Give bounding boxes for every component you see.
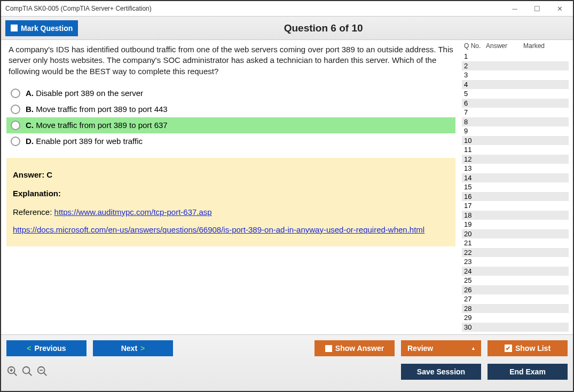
chevron-left-icon: <: [27, 344, 31, 353]
question-row[interactable]: 14: [462, 173, 569, 183]
show-answer-button[interactable]: Show Answer: [314, 340, 395, 356]
previous-label: Previous: [35, 344, 66, 353]
explanation-label: Explanation:: [13, 186, 449, 201]
choice-B[interactable]: B. Move traffic from port 389 to port 44…: [6, 101, 455, 117]
question-row[interactable]: 29: [462, 313, 569, 323]
answer-box: Answer: C Explanation: Reference: https:…: [6, 158, 455, 246]
chevron-up-icon: ▲: [471, 346, 476, 351]
question-row[interactable]: 18: [462, 211, 569, 220]
question-row[interactable]: 12: [462, 155, 569, 164]
question-row[interactable]: 5: [462, 89, 569, 99]
zoom-reset-icon[interactable]: [21, 365, 33, 379]
question-list[interactable]: 1234567891011121314151617181920212223242…: [462, 52, 569, 332]
toolbar: Mark Question Question 6 of 10: [1, 16, 573, 40]
next-button[interactable]: Next >: [93, 340, 173, 356]
question-row[interactable]: 15: [462, 182, 569, 192]
svg-line-5: [29, 372, 32, 375]
choices-list: A. Disable port 389 on the serverB. Move…: [6, 85, 455, 149]
question-row[interactable]: 20: [462, 229, 569, 239]
col-marked: Marked: [523, 42, 569, 50]
radio-icon: [11, 137, 20, 146]
titlebar: CompTIA SK0-005 (CompTIA Server+ Certifi…: [1, 1, 573, 16]
main-panel: A company's IDS has identified outbound …: [5, 41, 460, 332]
question-row[interactable]: 27: [462, 294, 569, 304]
reference-line: Reference: https://www.auditmypc.com/tcp…: [13, 205, 449, 219]
question-row[interactable]: 17: [462, 201, 569, 211]
question-row[interactable]: 13: [462, 164, 569, 173]
question-list-panel: Q No. Answer Marked 12345678910111213141…: [462, 41, 569, 332]
show-answer-label: Show Answer: [335, 344, 384, 353]
question-row[interactable]: 7: [462, 108, 569, 117]
question-text: A company's IDS has identified outbound …: [6, 44, 455, 77]
show-list-button[interactable]: ✔ Show List: [487, 340, 568, 356]
question-row[interactable]: 3: [462, 70, 569, 80]
choice-text: B. Move traffic from port 389 to port 44…: [26, 105, 168, 114]
question-row[interactable]: 19: [462, 220, 569, 229]
radio-icon: [11, 105, 20, 114]
question-row[interactable]: 2: [462, 61, 569, 71]
chevron-right-icon: >: [140, 344, 145, 353]
question-row[interactable]: 10: [462, 136, 569, 146]
show-list-label: Show List: [515, 344, 551, 353]
zoom-controls: [6, 365, 48, 379]
next-label: Next: [121, 344, 137, 353]
radio-icon: [11, 121, 20, 130]
choice-text: A. Disable port 389 on the server: [26, 89, 143, 98]
question-row[interactable]: 21: [462, 238, 569, 248]
radio-icon: [11, 89, 20, 98]
checked-icon: ✔: [505, 345, 512, 352]
question-row[interactable]: 28: [462, 304, 569, 314]
footer-row-1: < Previous Next > Show Answer Review ▲ ✔…: [6, 339, 568, 357]
svg-line-1: [14, 372, 17, 375]
reference-line-2: https://docs.microsoft.com/en-us/answers…: [13, 222, 449, 237]
previous-button[interactable]: < Previous: [6, 340, 87, 356]
review-button[interactable]: Review ▲: [401, 340, 481, 356]
checkbox-icon: [325, 345, 332, 352]
maximize-button[interactable]: ☐: [526, 2, 548, 15]
question-row[interactable]: 9: [462, 126, 569, 136]
zoom-out-icon[interactable]: [36, 365, 48, 379]
col-qno: Q No.: [462, 42, 486, 50]
content-area: A company's IDS has identified outbound …: [5, 41, 569, 332]
choice-A[interactable]: A. Disable port 389 on the server: [6, 85, 455, 101]
question-row[interactable]: 22: [462, 248, 569, 258]
reference-link-2[interactable]: https://docs.microsoft.com/en-us/answers…: [13, 225, 424, 234]
question-row[interactable]: 24: [462, 267, 569, 276]
choice-text: D. Enable port 389 for web traffic: [26, 137, 143, 146]
close-button[interactable]: ✕: [548, 2, 571, 15]
choice-C[interactable]: C. Move traffic from port 389 to port 63…: [6, 117, 455, 133]
footer-row-2: Save Session End Exam: [6, 363, 568, 381]
question-row[interactable]: 30: [462, 323, 569, 332]
checkbox-icon: [11, 25, 18, 31]
question-row[interactable]: 16: [462, 192, 569, 202]
col-answer: Answer: [486, 42, 523, 50]
reference-link-1[interactable]: https://www.auditmypc.com/tcp-port-637.a…: [54, 207, 212, 217]
end-exam-label: End Exam: [509, 367, 546, 376]
end-exam-button[interactable]: End Exam: [487, 364, 568, 380]
svg-point-4: [23, 366, 30, 373]
question-row[interactable]: 4: [462, 80, 569, 90]
question-row[interactable]: 26: [462, 285, 569, 295]
footer: < Previous Next > Show Answer Review ▲ ✔…: [1, 334, 573, 391]
save-session-label: Save Session: [417, 367, 465, 376]
mark-label: Mark Question: [21, 24, 73, 33]
minimize-button[interactable]: ─: [504, 2, 526, 15]
question-list-header: Q No. Answer Marked: [462, 41, 569, 52]
choice-D[interactable]: D. Enable port 389 for web traffic: [6, 133, 455, 149]
mark-question-button[interactable]: Mark Question: [5, 20, 78, 36]
choice-text: C. Move traffic from port 389 to port 63…: [26, 121, 168, 130]
question-row[interactable]: 6: [462, 99, 569, 108]
question-row[interactable]: 1: [462, 52, 569, 61]
question-row[interactable]: 8: [462, 117, 569, 127]
question-row[interactable]: 25: [462, 276, 569, 285]
question-row[interactable]: 11: [462, 145, 569, 155]
window-title: CompTIA SK0-005 (CompTIA Server+ Certifi…: [3, 5, 504, 12]
question-row[interactable]: 23: [462, 257, 569, 267]
zoom-in-icon[interactable]: [6, 365, 18, 379]
reference-label: Reference:: [13, 207, 54, 217]
question-counter: Question 6 of 10: [78, 22, 569, 34]
save-session-button[interactable]: Save Session: [401, 364, 481, 380]
answer-heading: Answer: C: [13, 167, 449, 182]
review-label: Review: [407, 344, 433, 353]
svg-line-7: [44, 372, 47, 375]
